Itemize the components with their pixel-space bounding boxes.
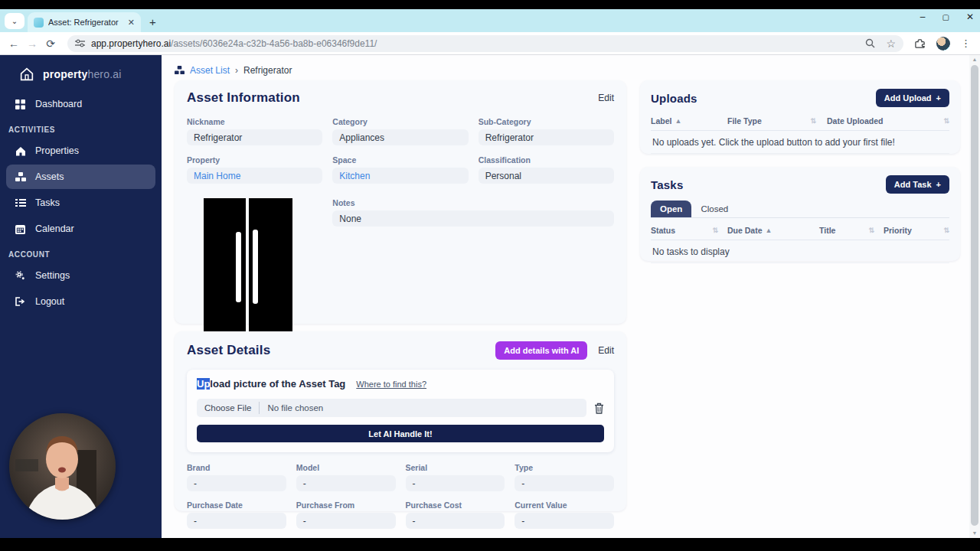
nickname-value: Refrigerator (187, 129, 322, 145)
extensions-icon[interactable] (914, 37, 926, 49)
reload-button[interactable]: ⟳ (41, 37, 60, 50)
letterbox-top (0, 0, 980, 9)
trash-icon[interactable] (594, 403, 604, 414)
file-chosen-status: No file chosen (260, 403, 323, 412)
notes-value: None (332, 210, 614, 227)
sidebar-item-tasks[interactable]: Tasks (6, 191, 155, 215)
tab-open[interactable]: Open (651, 201, 691, 217)
serial-value: - (406, 475, 505, 491)
tab-search-button[interactable]: ⌄ (5, 13, 24, 29)
column-date-uploaded[interactable]: Date Uploaded⇅ (827, 116, 949, 126)
where-to-find-link[interactable]: Where to find this? (356, 380, 426, 389)
purchase-date-value: - (187, 513, 286, 529)
column-file-type[interactable]: File Type⇅ (727, 116, 827, 126)
browser-tab[interactable]: Asset: Refrigerator ✕ (28, 12, 141, 32)
breadcrumb-asset-list-link[interactable]: Asset List (190, 65, 230, 76)
add-task-button[interactable]: Add Task+ (886, 175, 949, 194)
asset-information-edit-button[interactable]: Edit (598, 93, 614, 103)
sort-asc-icon: ▲ (766, 227, 773, 234)
classification-value: Personal (479, 168, 614, 184)
field-purchase-cost: Purchase Cost- (406, 500, 505, 529)
bookmark-star-icon[interactable]: ☆ (886, 37, 896, 50)
sidebar-item-settings[interactable]: Settings (6, 263, 155, 288)
uploads-title: Uploads (651, 92, 697, 105)
asset-details-card: Asset Details Add details with AI Edit U… (175, 331, 626, 511)
column-status[interactable]: Status⇅ (651, 226, 727, 235)
asset-information-card: Asset Information Edit Nickname Refriger… (175, 80, 626, 324)
calendar-icon (15, 224, 26, 234)
scroll-up-icon[interactable]: ▲ (969, 55, 980, 64)
add-upload-button[interactable]: Add Upload+ (876, 89, 949, 107)
brand-logo[interactable]: propertyhero.ai (0, 55, 162, 90)
let-ai-handle-it-button[interactable]: Let AI Handle It! (197, 425, 604, 442)
file-input[interactable]: Choose File No file chosen (197, 399, 586, 417)
zoom-icon[interactable] (865, 38, 875, 48)
sidebar-item-logout[interactable]: Logout (6, 289, 155, 314)
field-property: Property Main Home (187, 155, 322, 184)
menu-icon[interactable]: ⋮ (961, 37, 971, 49)
scroll-down-icon[interactable]: ▼ (969, 529, 980, 538)
propertyhero-logo-icon (18, 66, 35, 83)
scrollbar-thumb[interactable] (971, 65, 978, 526)
uploads-empty-state: No uploads yet. Click the upload button … (651, 131, 949, 154)
sort-icon: ⇅ (943, 117, 949, 125)
upload-prompt: Upload picture of the Asset Tag (197, 378, 345, 390)
tab-title: Asset: Refrigerator (48, 18, 123, 27)
plus-icon: + (936, 93, 941, 103)
tab-closed[interactable]: Closed (691, 201, 737, 217)
field-notes: Notes None (332, 198, 614, 341)
forward-button[interactable]: → (23, 37, 41, 50)
sidebar-item-label: Properties (35, 145, 79, 156)
column-title[interactable]: Title⇅ (819, 226, 884, 235)
type-value: - (514, 475, 614, 491)
property-link[interactable]: Main Home (187, 168, 322, 184)
sort-icon: ⇅ (712, 227, 718, 234)
sidebar-item-properties[interactable]: Properties (6, 139, 155, 163)
category-value: Appliances (332, 129, 468, 145)
field-current-value: Current Value- (514, 500, 614, 529)
asset-details-fields: Brand- Model- Serial- Type- Purchase Dat… (187, 463, 614, 529)
task-list-icon (15, 198, 26, 207)
sidebar-item-assets[interactable]: Assets (6, 165, 155, 189)
profile-avatar[interactable] (936, 37, 950, 51)
choose-file-button[interactable]: Choose File (197, 402, 260, 414)
asset-tag-upload-panel: Upload picture of the Asset Tag Where to… (187, 370, 614, 452)
column-priority[interactable]: Priority⇅ (884, 226, 949, 235)
sidebar-item-label: Settings (35, 270, 70, 281)
field-brand: Brand- (187, 463, 286, 491)
asset-details-edit-button[interactable]: Edit (598, 345, 614, 356)
asset-details-title: Asset Details (187, 343, 270, 358)
sort-icon: ⇅ (868, 227, 874, 234)
tab-close-icon[interactable]: ✕ (128, 18, 135, 28)
window-minimize-button[interactable]: – (920, 11, 926, 22)
column-due-date[interactable]: Due Date▲ (727, 226, 819, 235)
assets-boxes-icon (175, 66, 185, 75)
window-close-button[interactable]: ✕ (966, 11, 974, 22)
browser-tabstrip: ⌄ Asset: Refrigerator ✕ + – ▢ ✕ (0, 9, 980, 32)
home-icon (15, 146, 26, 156)
sort-icon: ⇅ (810, 117, 816, 125)
url-bar[interactable]: app.propertyhero.ai/assets/6036e24a-c32b… (67, 35, 903, 52)
space-link[interactable]: Kitchen (332, 168, 468, 184)
sidebar-item-label: Calendar (35, 223, 74, 234)
browser-toolbar: ← → ⟳ app.propertyhero.ai/assets/6036e24… (0, 32, 980, 55)
new-tab-button[interactable]: + (149, 17, 156, 28)
breadcrumb-separator: › (235, 65, 238, 76)
breadcrumb: Asset List › Refrigerator (175, 65, 292, 76)
column-label[interactable]: Label▲ (651, 116, 727, 126)
window-maximize-button[interactable]: ▢ (942, 13, 949, 21)
page-scrollbar[interactable]: ▲ ▼ (969, 55, 980, 538)
sidebar-item-calendar[interactable]: Calendar (6, 217, 155, 241)
back-button[interactable]: ← (5, 37, 23, 50)
field-sub-category: Sub-Category Refrigerator (479, 117, 614, 145)
sidebar-item-label: Tasks (35, 197, 60, 208)
field-category: Category Appliances (332, 117, 468, 145)
purchase-cost-value: - (406, 513, 505, 529)
main-content: Asset List › Refrigerator Asset Informat… (162, 55, 969, 538)
add-details-with-ai-button[interactable]: Add details with AI (495, 341, 587, 360)
webcam-overlay (9, 413, 116, 520)
sidebar-section-account: ACCOUNT (0, 243, 162, 262)
field-purchase-from: Purchase From- (296, 500, 396, 529)
sidebar-item-dashboard[interactable]: Dashboard (6, 92, 155, 116)
gear-icon (15, 271, 26, 281)
